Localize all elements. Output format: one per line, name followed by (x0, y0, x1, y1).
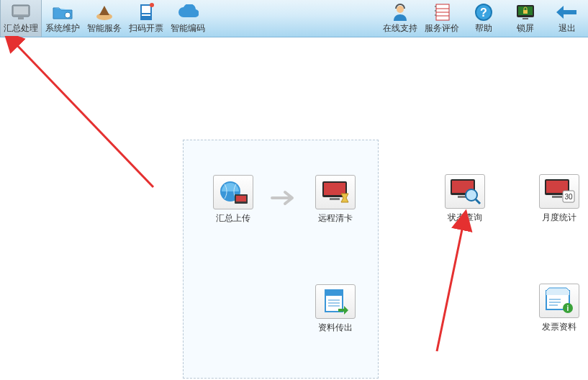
svg-rect-6 (142, 6, 150, 13)
toolbar-lock-screen[interactable]: 锁屏 (505, 0, 546, 37)
app-label: 资料传出 (312, 322, 359, 334)
folder-gear-icon (52, 3, 73, 22)
toolbar-smart-service[interactable]: 智能服务 (83, 0, 125, 37)
svg-rect-45 (546, 291, 569, 295)
support-person-icon (389, 3, 411, 22)
toolbar-label: 扫码开票 (129, 22, 163, 35)
exit-arrow-icon (556, 3, 578, 22)
data-export-button[interactable]: 资料传出 (312, 284, 359, 334)
svg-text:?: ? (480, 6, 487, 19)
monitor-calendar-icon: 30 (539, 174, 579, 209)
svg-line-52 (437, 226, 463, 351)
svg-text:30: 30 (564, 193, 573, 201)
toolbar-online-support[interactable]: 在线支持 (379, 0, 421, 37)
workspace: 汇总上传 远程清卡 资料传出 状态查询 30 月度统计 (0, 37, 588, 380)
scan-icon (135, 3, 157, 22)
flow-arrow-icon (271, 189, 299, 209)
svg-rect-28 (330, 198, 340, 200)
toolbar-label: 服务评价 (425, 22, 459, 35)
monthly-stats-button[interactable]: 30 月度统计 (535, 174, 583, 224)
svg-rect-16 (435, 14, 436, 16)
invoice-data-button[interactable]: i 发票资料 (535, 284, 583, 333)
monitor-icon (10, 3, 32, 22)
status-query-button[interactable]: 状态查询 (441, 174, 489, 224)
annotation-arrow-1 (2, 36, 168, 194)
app-label: 月度统计 (535, 212, 583, 224)
svg-line-38 (476, 199, 480, 204)
svg-rect-7 (142, 14, 150, 16)
svg-rect-21 (523, 10, 528, 14)
toolbar-help[interactable]: ? 帮助 (463, 0, 505, 37)
monitor-hourglass-icon (315, 175, 356, 209)
svg-rect-14 (435, 6, 436, 7)
svg-point-37 (466, 189, 477, 201)
toolbar-smart-code[interactable]: 智能编码 (167, 0, 209, 37)
document-export-icon (315, 284, 356, 319)
monitor-search-icon (445, 174, 485, 209)
summary-upload-button[interactable]: 汇总上传 (209, 175, 257, 225)
toolbar-service-review[interactable]: 服务评价 (421, 0, 463, 37)
svg-rect-15 (435, 10, 436, 12)
app-label: 远程清卡 (312, 212, 359, 225)
svg-line-51 (15, 43, 153, 187)
toolbar-label: 系统维护 (45, 22, 80, 35)
toolbar-system-maintenance[interactable]: 系统维护 (42, 0, 83, 37)
svg-rect-25 (236, 196, 246, 202)
toolbar-label: 智能服务 (87, 22, 122, 35)
toolbar-label: 退出 (558, 22, 576, 35)
globe-upload-icon (213, 175, 253, 209)
lock-screen-icon (515, 3, 536, 22)
remote-clear-card-button[interactable]: 远程清卡 (312, 175, 359, 225)
toolbar-label: 智能编码 (171, 22, 205, 35)
svg-point-8 (150, 3, 154, 7)
svg-point-9 (397, 6, 404, 13)
svg-rect-1 (14, 6, 28, 14)
toolbar-summary-processing[interactable]: 汇总处理 (0, 0, 42, 37)
toolbar-label: 在线支持 (383, 22, 417, 35)
svg-rect-41 (552, 196, 562, 198)
toolbar-scan-invoice[interactable]: 扫码开票 (125, 0, 167, 37)
invoice-data-icon: i (539, 284, 579, 318)
app-label: 状态查询 (441, 212, 489, 224)
toolbar-label: 汇总处理 (4, 22, 38, 35)
toolbar-exit[interactable]: 退出 (546, 0, 588, 37)
svg-rect-27 (324, 183, 345, 195)
svg-rect-30 (325, 290, 343, 296)
toolbar-label: 锁屏 (517, 22, 534, 35)
svg-point-3 (65, 12, 71, 18)
cloud-icon (177, 3, 199, 22)
app-label: 发票资料 (535, 321, 583, 333)
svg-text:i: i (567, 304, 569, 312)
smart-service-icon (94, 3, 115, 22)
svg-rect-2 (18, 17, 24, 19)
toolbar-label: 帮助 (475, 22, 492, 35)
svg-rect-22 (523, 18, 528, 19)
help-icon: ? (473, 3, 494, 22)
app-label: 汇总上传 (209, 212, 257, 225)
main-toolbar: 汇总处理 系统维护 智能服务 扫码开票 智能编码 (0, 0, 588, 37)
notebook-icon (431, 3, 453, 22)
summary-panel: 汇总上传 远程清卡 资料传出 (183, 140, 379, 379)
